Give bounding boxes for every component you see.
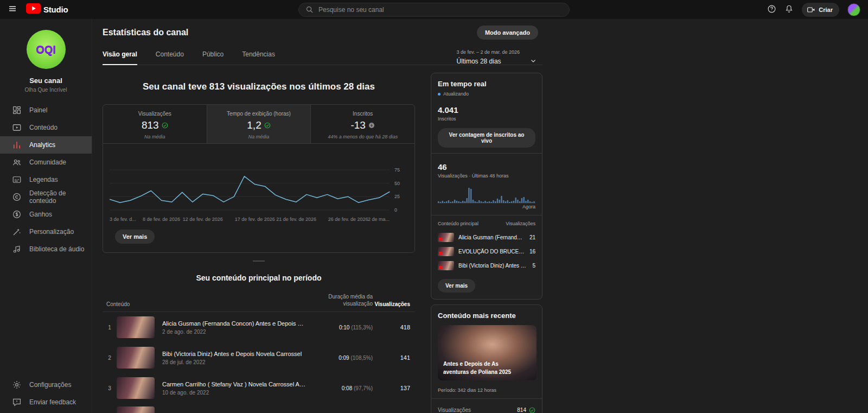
- subtitles-icon: [12, 175, 22, 185]
- search-input[interactable]: [318, 6, 563, 14]
- realtime-row[interactable]: Alicia Gusman (Fernanda C...21: [438, 230, 535, 244]
- sidebar-item-painel[interactable]: Painel: [0, 101, 92, 119]
- column-header-content[interactable]: Conteúdo: [103, 301, 312, 307]
- views-count: 16: [529, 249, 535, 255]
- sidebar-item-label: Legendas: [29, 176, 58, 183]
- monetization-icon: [12, 209, 22, 219]
- realtime-status: Atualizando: [438, 91, 535, 97]
- analytics-icon: [12, 140, 22, 150]
- settings-icon: [12, 380, 22, 390]
- metric-value: 1,2: [247, 119, 261, 131]
- video-thumbnail: [438, 247, 454, 256]
- video-title: Bibi (Victoria Diniz) Antes e D...: [458, 263, 528, 269]
- tab-visao-geral[interactable]: Visão geral: [103, 50, 137, 65]
- stat-value: 814: [517, 407, 526, 413]
- x-tick-label: 21 de fev. de 2026: [276, 217, 316, 222]
- date-range-text: 3 de fev. – 2 de mar. de 2026: [457, 49, 520, 55]
- avg-view-duration: 0:08 (97,7%): [312, 385, 373, 391]
- tab-publico[interactable]: Público: [202, 50, 224, 65]
- date-range-texts: 3 de fev. – 2 de mar. de 2026 Últimos 28…: [457, 49, 520, 65]
- x-tick-label: 17 de fev. de 2026: [235, 217, 275, 222]
- help-button[interactable]: [767, 4, 776, 15]
- views-48h-count: 46: [438, 162, 535, 171]
- sidebar-item-conteudo[interactable]: Conteúdo: [0, 119, 92, 136]
- realtime-row[interactable]: Bibi (Victoria Diniz) Antes e D...5: [438, 258, 535, 272]
- channel-avatar[interactable]: OQI: [27, 30, 66, 69]
- section-divider: [253, 260, 265, 262]
- top-content-table: Conteúdo Duração média da visualização V…: [103, 293, 415, 413]
- live-count-button[interactable]: Ver contagem de inscritos ao vivo: [438, 128, 535, 148]
- realtime-title: Em tempo real: [438, 80, 535, 88]
- sidebar-item-comunidade[interactable]: Comunidade: [0, 154, 92, 171]
- rt-column-views: Visualizações: [506, 221, 535, 226]
- realtime-row[interactable]: EVOLUÇÃO DO BRUCE LEE ...16: [438, 244, 535, 258]
- metric-visualizacoes[interactable]: Visualizações813Na média: [103, 105, 207, 143]
- sidebar-item-label: Biblioteca de áudio: [29, 245, 84, 253]
- metric-value: -13: [350, 119, 365, 131]
- x-tick-label: 12 de fev. de 2026: [183, 217, 223, 222]
- date-range-picker[interactable]: 3 de fev. – 2 de mar. de 2026 Últimos 28…: [457, 49, 537, 65]
- account-avatar[interactable]: [847, 3, 860, 16]
- views-count: 21: [529, 234, 535, 240]
- copyright-icon: [12, 192, 22, 202]
- metric-tempo-de-exibicao[interactable]: Tempo de exibição (horas)1,2Na média: [207, 105, 311, 143]
- sidebar-item-enviar-feedback[interactable]: Enviar feedback: [0, 393, 92, 411]
- channel-handle: Olha Que Incrível: [25, 87, 67, 93]
- svg-text:75: 75: [394, 167, 400, 173]
- sidebar-item-biblioteca-de-audio[interactable]: Biblioteca de áudio: [0, 240, 92, 258]
- see-more-button[interactable]: Ver mais: [115, 230, 155, 244]
- video-title: Alicia Gusman (Fernanda Concon) Antes e …: [162, 320, 307, 327]
- sidebar-item-ganhos[interactable]: Ganhos: [0, 206, 92, 223]
- search-bar[interactable]: [298, 3, 570, 17]
- metric-inscritos[interactable]: Inscritos-1344% a menos do que há 28 dia…: [311, 105, 414, 143]
- table-row-partial[interactable]: [103, 406, 415, 413]
- sidebar-item-configuracoes[interactable]: Configurações: [0, 376, 92, 393]
- metric-label: Tempo de exibição (horas): [207, 111, 311, 117]
- channel-avatar-text: OQI: [36, 43, 56, 56]
- metric-status: Na média: [103, 134, 207, 139]
- x-tick-label: 8 de fev. de 2026: [143, 217, 180, 222]
- main-content: Estatísticas do canal Modo avançado 3 de…: [92, 19, 548, 413]
- table-row[interactable]: 2Bibi (Victoria Diniz) Antes e Depois No…: [103, 342, 415, 373]
- sidebar-nav: PainelConteúdoAnalyticsComunidadeLegenda…: [0, 101, 92, 258]
- sidebar-item-legendas[interactable]: Legendas: [0, 171, 92, 188]
- now-label: Agora: [438, 204, 535, 209]
- tab-tendencias[interactable]: Tendências: [242, 50, 275, 65]
- search-icon: [305, 5, 314, 14]
- metric-value-row: 1,2: [207, 119, 311, 131]
- content-icon: [12, 123, 22, 132]
- updating-label: Atualizando: [443, 91, 469, 97]
- realtime-see-more-button[interactable]: Ver mais: [438, 279, 475, 293]
- advanced-mode-button[interactable]: Modo avançado: [477, 26, 538, 40]
- video-title: EVOLUÇÃO DO BRUCE LEE ...: [458, 249, 525, 255]
- table-row[interactable]: 1Alicia Gusman (Fernanda Concon) Antes e…: [103, 312, 415, 342]
- recent-video-thumbnail[interactable]: Antes e Depois de As aventuras de Polian…: [438, 325, 537, 380]
- x-tick-label: 3 de fev. d...: [110, 217, 136, 222]
- card-divider: [431, 398, 542, 399]
- top-content-title: Seu conteúdo principal no período: [103, 274, 415, 282]
- topbar: Studio Criar: [0, 0, 868, 19]
- sidebar-item-label: Conteúdo: [29, 124, 58, 131]
- realtime-list: Alicia Gusman (Fernanda C...21EVOLUÇÃO D…: [438, 230, 535, 272]
- views-count: 5: [532, 263, 535, 269]
- column-header-duration[interactable]: Duração média da visualização: [312, 293, 373, 307]
- sidebar-item-analytics[interactable]: Analytics: [0, 136, 92, 154]
- table-row[interactable]: 3Carmen Carrilho ( Stefany Vaz ) Novela …: [103, 373, 415, 403]
- sidebar-item-deteccao-de-conteudo[interactable]: Detecção de conteúdo: [0, 188, 92, 206]
- views-line-chart: 0255075: [110, 151, 409, 215]
- help-icon: [767, 4, 776, 15]
- menu-button[interactable]: [8, 4, 17, 15]
- studio-logo[interactable]: Studio: [26, 3, 68, 16]
- video-thumbnail: [117, 316, 155, 338]
- views-count: 141: [373, 354, 415, 361]
- notifications-button[interactable]: [784, 4, 794, 15]
- tab-conteudo[interactable]: Conteúdo: [156, 50, 184, 65]
- check-circle-icon: [529, 407, 535, 413]
- sidebar-item-label: Personalização: [29, 228, 74, 236]
- recent-video-title: Antes e Depois de As aventuras de Polian…: [443, 360, 522, 376]
- body-row: Seu canal teve 813 visualizações nos últ…: [103, 65, 548, 413]
- column-header-views[interactable]: Visualizações: [373, 301, 415, 307]
- sidebar-item-personalizacao[interactable]: Personalização: [0, 223, 92, 240]
- create-button[interactable]: Criar: [802, 3, 839, 17]
- hamburger-icon: [8, 4, 17, 15]
